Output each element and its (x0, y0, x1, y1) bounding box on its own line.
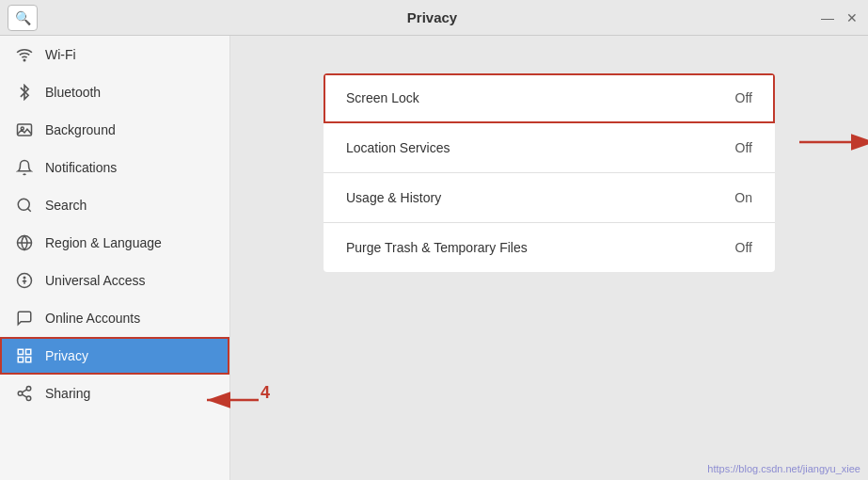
sidebar-item-region[interactable]: Region & Language (0, 224, 229, 262)
sidebar-item-sharing[interactable]: Sharing (0, 375, 229, 412)
screen-lock-label: Screen Lock (346, 90, 735, 105)
svg-rect-13 (18, 358, 23, 362)
notifications-icon (15, 158, 34, 177)
sidebar-item-online-accounts-label: Online Accounts (45, 311, 140, 326)
sidebar-item-online-accounts[interactable]: Online Accounts (0, 299, 229, 337)
sidebar-item-wifi-label: Wi-Fi (45, 47, 76, 62)
accounts-icon (15, 309, 34, 328)
sidebar: Wi-Fi Bluetooth Background (0, 36, 230, 480)
watermark: https://blog.csdn.net/jiangyu_xiee (707, 463, 860, 474)
minimize-button[interactable]: — (819, 9, 836, 26)
region-icon (15, 233, 34, 252)
sidebar-item-notifications-label: Notifications (45, 160, 117, 175)
titlebar: 🔍 Privacy — ✕ (0, 0, 868, 36)
search-button[interactable]: 🔍 (8, 5, 38, 31)
svg-point-17 (26, 396, 31, 401)
sidebar-item-privacy[interactable]: Privacy (0, 337, 229, 375)
svg-rect-12 (26, 349, 31, 354)
sidebar-item-background[interactable]: Background (0, 111, 229, 149)
sidebar-item-search-label: Search (45, 198, 87, 213)
sidebar-item-search[interactable]: Search (0, 186, 229, 224)
svg-line-4 (27, 208, 30, 211)
search-sidebar-icon (15, 196, 34, 215)
main-layout: Wi-Fi Bluetooth Background (0, 36, 868, 480)
close-button[interactable]: ✕ (844, 9, 860, 26)
sidebar-item-wifi[interactable]: Wi-Fi (0, 36, 229, 73)
sidebar-item-notifications[interactable]: Notifications (0, 149, 229, 186)
universal-icon (15, 271, 34, 290)
svg-point-3 (18, 199, 29, 210)
usage-label: Usage & History (346, 190, 734, 205)
purge-row[interactable]: Purge Trash & Temporary Files Off (324, 223, 775, 272)
sidebar-item-universal[interactable]: Universal Access (0, 262, 229, 299)
usage-value: On (734, 190, 752, 205)
privacy-icon (15, 346, 34, 365)
sidebar-item-sharing-label: Sharing (45, 386, 90, 401)
purge-label: Purge Trash & Temporary Files (346, 240, 735, 255)
svg-point-16 (18, 392, 23, 396)
sidebar-item-bluetooth[interactable]: Bluetooth (0, 73, 229, 111)
svg-rect-11 (18, 349, 23, 354)
sharing-icon (15, 384, 34, 403)
screen-lock-value: Off (735, 90, 752, 105)
wifi-icon (15, 45, 34, 64)
arrow5-annotation: 5 (790, 123, 868, 164)
svg-rect-1 (18, 124, 32, 136)
settings-panel: Screen Lock Off Location Services Off Us… (324, 73, 775, 272)
sidebar-item-background-label: Background (45, 122, 116, 137)
location-row[interactable]: Location Services Off (324, 123, 775, 173)
titlebar-title: Privacy (45, 9, 819, 25)
window-controls: — ✕ (819, 9, 860, 26)
sidebar-item-universal-label: Universal Access (45, 273, 146, 288)
screen-lock-row[interactable]: Screen Lock Off (324, 73, 775, 123)
bluetooth-icon (15, 83, 34, 102)
usage-row[interactable]: Usage & History On (324, 173, 775, 223)
sidebar-item-privacy-label: Privacy (45, 348, 88, 363)
svg-rect-14 (26, 358, 31, 362)
sidebar-item-bluetooth-label: Bluetooth (45, 85, 101, 100)
location-value: Off (735, 140, 752, 155)
svg-point-8 (24, 277, 26, 280)
background-icon (15, 120, 34, 139)
svg-line-18 (22, 394, 26, 397)
content-area: Screen Lock Off Location Services Off Us… (230, 36, 868, 480)
svg-point-0 (24, 59, 25, 61)
svg-line-19 (22, 390, 26, 392)
location-label: Location Services (346, 140, 735, 155)
sidebar-item-region-label: Region & Language (45, 235, 162, 250)
purge-value: Off (735, 240, 752, 255)
svg-point-15 (26, 387, 31, 392)
search-icon: 🔍 (15, 10, 31, 25)
